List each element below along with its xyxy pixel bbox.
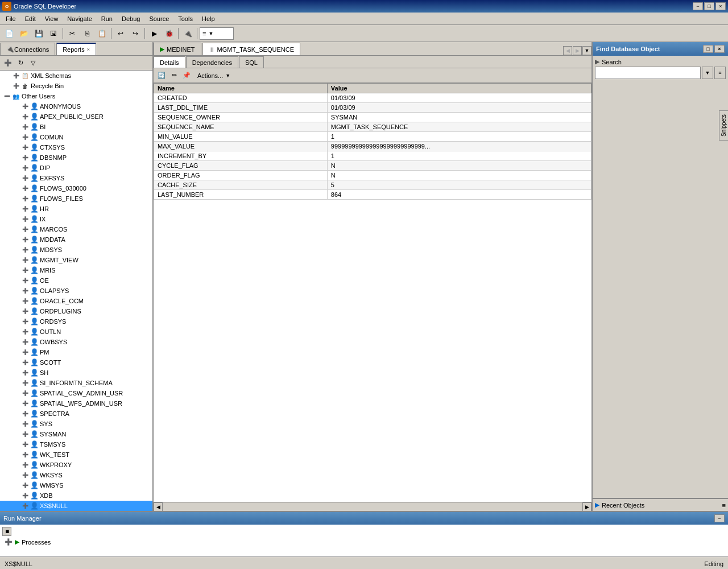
medinet-tab[interactable]: ▶ MEDINET [154, 43, 201, 55]
expand-user[interactable]: ➕ [20, 133, 30, 142]
undo-btn[interactable]: ↩ [114, 27, 127, 40]
table-row[interactable]: MAX_VALUE 999999999999999999999999999... [154, 142, 592, 151]
tree-user-pm[interactable]: ➕ 👤 PM [0, 347, 152, 357]
save-all-btn[interactable]: 🖫 [47, 27, 60, 40]
pin-btn[interactable]: 📌 [181, 70, 192, 81]
table-row[interactable]: MIN_VALUE 1 [154, 132, 592, 142]
table-row[interactable]: CYCLE_FLAG N [154, 161, 592, 171]
tree-user-mris[interactable]: ➕ 👤 MRIS [0, 265, 152, 275]
tree-user-ordsys[interactable]: ➕ 👤 ORDSYS [0, 316, 152, 327]
connections-tab[interactable]: 🔌 Connections [0, 43, 55, 55]
tree-user-owbsys[interactable]: ➕ 👤 OWBSYS [0, 337, 152, 347]
expand-user[interactable]: ➕ [20, 348, 30, 357]
new-connection-btn[interactable]: ➕ [2, 57, 14, 69]
tree-user-marcos[interactable]: ➕ 👤 MARCOS [0, 224, 152, 234]
processes-item[interactable]: ➕ ▶ Processes [2, 537, 726, 547]
expand-user[interactable]: ➕ [20, 245, 30, 254]
task-dropdown[interactable]: ≡ ▼ [200, 27, 234, 40]
table-row[interactable]: CREATED 01/03/09 [154, 93, 592, 103]
recent-objects-btn[interactable]: ▶ Recent Objects ≡ [593, 498, 728, 511]
tree-user-spectra[interactable]: ➕ 👤 SPECTRA [0, 409, 152, 419]
menu-edit[interactable]: Edit [20, 14, 40, 23]
expand-user[interactable]: ➕ [20, 460, 30, 469]
tree-user-dip[interactable]: ➕ 👤 DIP [0, 163, 152, 173]
expand-user[interactable]: ➕ [20, 368, 30, 377]
tree-user-xs$null[interactable]: ➕ 👤 XS$NULL [0, 501, 152, 511]
tree-recycle-bin[interactable]: ➕ 🗑 Recycle Bin [0, 81, 152, 91]
tree-user-si_informtn_schema[interactable]: ➕ 👤 SI_INFORMTN_SCHEMA [0, 378, 152, 388]
cut-btn[interactable]: ✂ [65, 27, 79, 40]
expand-user[interactable]: ➕ [20, 337, 30, 347]
tree-user-ordplugins[interactable]: ➕ 👤 ORDPLUGINS [0, 306, 152, 316]
expand-user[interactable]: ➕ [20, 419, 30, 428]
run-btn[interactable]: ▶ [147, 27, 161, 40]
expand-user[interactable]: ➕ [20, 481, 30, 490]
data-grid[interactable]: Name Value CREATED 01/03/09 LAST_DDL_TIM… [154, 83, 592, 502]
run-manager-minimize[interactable]: − [714, 514, 725, 522]
expand-recycle-bin[interactable]: ➕ [11, 81, 20, 90]
table-row[interactable]: LAST_NUMBER 864 [154, 190, 592, 200]
tree-user-comun[interactable]: ➕ 👤 COMUN [0, 132, 152, 142]
tree-user-wkproxy[interactable]: ➕ 👤 WKPROXY [0, 460, 152, 470]
expand-user[interactable]: ➕ [20, 430, 30, 439]
paste-btn[interactable]: 📋 [95, 27, 109, 40]
expand-user[interactable]: ➕ [20, 440, 30, 449]
expand-user[interactable]: ➕ [20, 471, 30, 480]
expand-user[interactable]: ➕ [20, 327, 30, 336]
connect-btn[interactable]: 🔌 [181, 27, 195, 40]
table-row[interactable]: ORDER_FLAG N [154, 171, 592, 180]
menu-navigate[interactable]: Navigate [63, 14, 96, 23]
expand-user[interactable]: ➕ [20, 450, 30, 459]
expand-user[interactable]: ➕ [20, 389, 30, 398]
new-btn[interactable]: 📄 [2, 27, 16, 40]
tree-user-dbsnmp[interactable]: ➕ 👤 DBSNMP [0, 152, 152, 163]
debug-btn[interactable]: 🐞 [162, 27, 176, 40]
expand-user[interactable]: ➕ [20, 102, 30, 111]
reports-tab-close[interactable]: × [87, 47, 90, 52]
tab-prev-arrow[interactable]: ◀ [563, 46, 572, 55]
tree-user-wk_test[interactable]: ➕ 👤 WK_TEST [0, 450, 152, 460]
scroll-right-btn[interactable]: ▶ [582, 502, 592, 512]
tree-user-xdb[interactable]: ➕ 👤 XDB [0, 490, 152, 501]
menu-tools[interactable]: Tools [173, 14, 197, 23]
copy-btn[interactable]: ⎘ [80, 27, 94, 40]
tree-user-ctxsys[interactable]: ➕ 👤 CTXSYS [0, 142, 152, 152]
run-expand-btn[interactable]: ⏹ [2, 527, 11, 536]
search-options-btn[interactable]: ▼ [702, 67, 713, 79]
tree-user-mdsys[interactable]: ➕ 👤 MDSYS [0, 245, 152, 255]
tree-user-oracle_ocm[interactable]: ➕ 👤 ORACLE_OCM [0, 296, 152, 306]
tree-user-scott[interactable]: ➕ 👤 SCOTT [0, 357, 152, 368]
expand-user[interactable]: ➕ [20, 235, 30, 244]
reports-tab[interactable]: Reports × [56, 43, 96, 55]
tree-user-ix[interactable]: ➕ 👤 IX [0, 214, 152, 224]
tree-user-sysman[interactable]: ➕ 👤 SYSMAN [0, 429, 152, 439]
menu-help[interactable]: Help [197, 14, 220, 23]
expand-user[interactable]: ➕ [20, 122, 30, 131]
maximize-button[interactable]: □ [704, 2, 714, 10]
menu-run[interactable]: Run [97, 14, 117, 23]
table-row[interactable]: CACHE_SIZE 5 [154, 180, 592, 190]
tree-user-wmsys[interactable]: ➕ 👤 WMSYS [0, 480, 152, 490]
tree-user-mddata[interactable]: ➕ 👤 MDDATA [0, 234, 152, 245]
connection-tree[interactable]: ➕ 📋 XML Schemas ➕ 🗑 Recycle Bin ➖ 👥 Othe… [0, 71, 152, 511]
tab-next-arrow[interactable]: ▶ [573, 46, 582, 55]
expand-user[interactable]: ➕ [20, 409, 30, 418]
expand-user[interactable]: ➕ [20, 153, 30, 162]
snippets-tab[interactable]: Snippets [719, 110, 728, 141]
tree-user-spatial_csw_admin_usr[interactable]: ➕ 👤 SPATIAL_CSW_ADMIN_USR [0, 388, 152, 398]
refresh-details-btn[interactable]: 🔄 [156, 70, 167, 81]
tree-user-sys[interactable]: ➕ 👤 SYS [0, 419, 152, 429]
horizontal-scrollbar[interactable]: ◀ ▶ [154, 502, 592, 511]
tree-user-mgmt_view[interactable]: ➕ 👤 MGMT_VIEW [0, 255, 152, 265]
redo-btn[interactable]: ↪ [129, 27, 142, 40]
tree-user-flows_030000[interactable]: ➕ 👤 FLOWS_030000 [0, 183, 152, 193]
scroll-left-btn[interactable]: ◀ [154, 502, 163, 512]
expand-user[interactable]: ➕ [20, 358, 30, 367]
tree-other-users[interactable]: ➖ 👥 Other Users [0, 91, 152, 101]
expand-user[interactable]: ➕ [20, 143, 30, 152]
expand-user[interactable]: ➕ [20, 317, 30, 326]
expand-user[interactable]: ➕ [20, 296, 30, 306]
find-db-close[interactable]: × [714, 45, 725, 53]
tree-user-olapsys[interactable]: ➕ 👤 OLAPSYS [0, 286, 152, 296]
tree-user-hr[interactable]: ➕ 👤 HR [0, 204, 152, 214]
